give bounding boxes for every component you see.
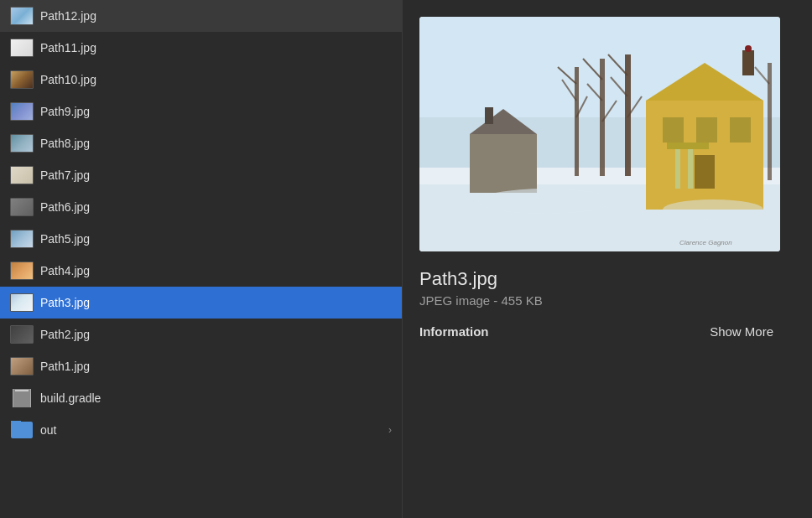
file-item-label: Path6.jpg	[40, 200, 90, 214]
svg-rect-7	[696, 117, 717, 142]
thumbnail-icon	[10, 262, 34, 280]
list-item-path5[interactable]: Path5.jpg	[0, 223, 402, 255]
file-icon	[10, 39, 34, 57]
file-icon	[10, 389, 34, 407]
file-icon	[10, 7, 34, 25]
thumbnail-icon	[10, 7, 34, 25]
list-item-path7[interactable]: Path7.jpg	[0, 159, 402, 191]
file-icon	[10, 134, 34, 153]
svg-rect-8	[730, 117, 751, 142]
svg-point-32	[663, 199, 763, 220]
thumbnail-icon	[10, 39, 34, 57]
file-icon	[10, 230, 34, 248]
file-icon	[10, 293, 34, 312]
file-icon	[10, 166, 34, 184]
file-item-label: Path1.jpg	[40, 360, 90, 373]
svg-rect-12	[667, 142, 709, 149]
list-item-path2[interactable]: Path2.jpg	[0, 319, 402, 350]
file-icon	[10, 421, 34, 439]
svg-rect-21	[600, 59, 605, 176]
list-item-path12[interactable]: Path12.jpg	[0, 0, 402, 32]
file-type: JPEG image - 455 KB	[419, 293, 543, 308]
file-icon	[10, 357, 34, 376]
file-icon	[10, 325, 34, 344]
file-item-label: Path10.jpg	[40, 73, 96, 86]
svg-rect-16	[485, 107, 493, 124]
list-item-path4[interactable]: Path4.jpg	[0, 255, 402, 287]
thumbnail-icon	[10, 230, 34, 248]
svg-rect-14	[470, 134, 537, 193]
thumbnail-icon	[10, 166, 34, 184]
thumbnail-icon	[10, 357, 34, 376]
thumbnail-icon	[10, 134, 34, 153]
list-item-path3[interactable]: Path3.jpg	[0, 287, 402, 319]
file-item-label: Path5.jpg	[40, 232, 90, 246]
svg-rect-13	[742, 50, 754, 75]
thumbnail-icon	[10, 325, 34, 344]
folder-icon	[11, 422, 33, 438]
list-item-path6[interactable]: Path6.jpg	[0, 191, 402, 223]
svg-point-31	[478, 189, 612, 214]
file-item-label: build.gradle	[40, 391, 101, 405]
image-preview: Clarence Gagnon	[419, 17, 780, 251]
file-item-label: Path9.jpg	[40, 105, 90, 118]
preview-panel: Clarence Gagnon Path3.jpg JPEG image - 4…	[403, 0, 812, 518]
file-item-label: Path2.jpg	[40, 328, 90, 341]
show-more-button[interactable]: Show More	[703, 321, 780, 342]
thumbnail-icon	[10, 70, 34, 89]
file-list: Path12.jpg Path11.jpg Path10.jpg Path9.j…	[0, 0, 403, 518]
svg-rect-10	[675, 147, 680, 189]
file-name: Path3.jpg	[419, 268, 497, 290]
list-item-path8[interactable]: Path8.jpg	[0, 127, 402, 159]
svg-point-33	[745, 45, 752, 52]
file-item-label: Path12.jpg	[40, 9, 96, 23]
list-item-build-gradle[interactable]: build.gradle	[0, 382, 402, 414]
svg-rect-11	[688, 147, 693, 189]
svg-rect-9	[695, 155, 715, 189]
list-item-path10[interactable]: Path10.jpg	[0, 64, 402, 96]
list-item-path9[interactable]: Path9.jpg	[0, 96, 402, 127]
svg-rect-6	[663, 117, 684, 142]
file-item-label: out	[40, 423, 56, 437]
file-item-label: Path8.jpg	[40, 137, 90, 150]
file-item-label: Path3.jpg	[40, 296, 90, 309]
thumbnail-icon	[10, 198, 34, 216]
list-item-path1[interactable]: Path1.jpg	[0, 350, 402, 382]
file-item-label: Path11.jpg	[40, 41, 96, 54]
file-icon	[10, 198, 34, 216]
list-item-out[interactable]: out ›	[0, 414, 402, 446]
file-icon	[10, 262, 34, 280]
file-icon	[10, 102, 34, 121]
thumbnail-icon	[10, 102, 34, 121]
svg-text:Clarence Gagnon: Clarence Gagnon	[679, 239, 732, 246]
info-row: Information Show More	[419, 321, 780, 342]
thumbnail-icon	[10, 293, 34, 312]
doc-icon	[13, 389, 31, 407]
list-item-path11[interactable]: Path11.jpg	[0, 32, 402, 64]
file-item-label: Path4.jpg	[40, 264, 90, 277]
file-icon	[10, 70, 34, 89]
file-item-label: Path7.jpg	[40, 168, 90, 182]
info-label: Information	[419, 324, 489, 339]
chevron-icon: ›	[388, 424, 392, 436]
svg-rect-29	[768, 63, 772, 180]
